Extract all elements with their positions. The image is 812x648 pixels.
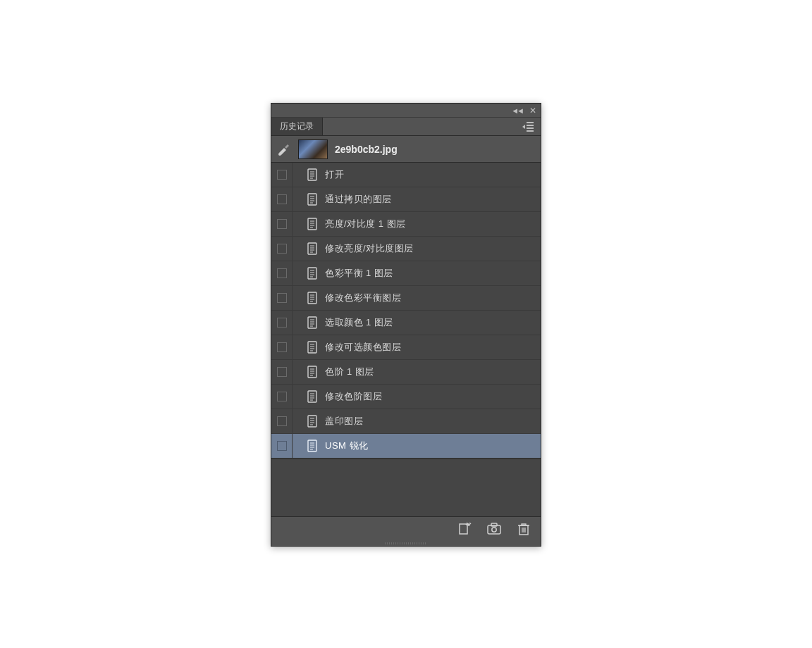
history-item[interactable]: 盖印图层: [271, 409, 541, 434]
snapshot-marker-box: [277, 219, 287, 229]
document-icon: [305, 414, 319, 428]
indent-spacer: [293, 237, 302, 261]
snapshot-marker-cell[interactable]: [271, 409, 293, 433]
snapshot-marker-cell[interactable]: [271, 335, 293, 359]
snapshot-marker-cell[interactable]: [271, 360, 293, 384]
history-item[interactable]: 打开: [271, 163, 541, 187]
resize-grip[interactable]: [271, 540, 541, 546]
history-item[interactable]: 色彩平衡 1 图层: [271, 261, 541, 286]
svg-point-0: [278, 153, 281, 156]
svg-rect-15: [491, 523, 497, 526]
document-icon: [305, 316, 319, 330]
delete-state-button[interactable]: [517, 523, 531, 535]
svg-rect-7: [308, 317, 316, 328]
indent-spacer: [293, 335, 302, 359]
indent-spacer: [293, 409, 302, 433]
indent-spacer: [293, 360, 302, 384]
history-item-label: 修改色彩平衡图层: [325, 292, 401, 304]
snapshot-marker-box: [277, 367, 287, 377]
snapshot-marker-box: [277, 293, 287, 303]
snapshot-marker-box: [277, 268, 287, 278]
snapshot-marker-box: [277, 194, 287, 204]
svg-rect-14: [488, 525, 500, 534]
svg-point-16: [492, 527, 496, 531]
snapshot-marker-cell[interactable]: [271, 286, 293, 310]
history-item-label: 色彩平衡 1 图层: [325, 267, 393, 280]
history-item-label: USM 锐化: [325, 440, 369, 452]
snapshot-marker-cell[interactable]: [271, 311, 293, 335]
history-item-label: 盖印图层: [325, 415, 363, 428]
document-icon: [305, 439, 319, 453]
document-thumbnail: [298, 139, 328, 159]
panel-header: 历史记录: [271, 118, 541, 136]
svg-rect-1: [308, 169, 316, 180]
snapshot-marker-box: [277, 441, 287, 451]
history-item-label: 修改可选颜色图层: [325, 341, 401, 354]
document-icon: [305, 242, 319, 256]
document-icon: [305, 217, 319, 231]
history-item-label: 色阶 1 图层: [325, 366, 374, 378]
history-item-label: 修改亮度/对比度图层: [325, 242, 414, 255]
indent-spacer: [293, 261, 302, 285]
indent-spacer: [293, 286, 302, 310]
tab-history[interactable]: 历史记录: [271, 118, 323, 135]
indent-spacer: [293, 385, 302, 409]
new-document-from-state-button[interactable]: [457, 523, 472, 535]
history-item[interactable]: 选取颜色 1 图层: [271, 311, 541, 335]
svg-rect-6: [308, 292, 316, 304]
history-item-label: 打开: [325, 168, 344, 181]
panel-footer: [271, 516, 541, 540]
document-icon: [305, 365, 319, 379]
collapse-icon[interactable]: ◄◄: [511, 106, 522, 115]
document-name: 2e9b0cb2.jpg: [335, 144, 398, 155]
snapshot-marker-cell[interactable]: [271, 237, 293, 261]
document-icon: [305, 168, 319, 182]
history-item[interactable]: 通过拷贝的图层: [271, 187, 541, 212]
create-snapshot-button[interactable]: [487, 523, 501, 535]
history-item[interactable]: 色阶 1 图层: [271, 360, 541, 385]
close-icon[interactable]: ✕: [529, 106, 536, 116]
indent-spacer: [293, 187, 302, 211]
snapshot-marker-cell[interactable]: [271, 212, 293, 236]
snapshot-marker-box: [277, 342, 287, 352]
history-item-label: 亮度/对比度 1 图层: [325, 218, 406, 230]
panel-topbar: ◄◄ ✕: [271, 104, 541, 118]
history-item[interactable]: 修改亮度/对比度图层: [271, 237, 541, 261]
history-list: 打开 通过拷贝的图层 亮度/对比度 1 图层 修改亮度/对比度图层 色彩平衡 1…: [271, 163, 541, 459]
history-item-label: 修改色阶图层: [325, 390, 382, 403]
history-item[interactable]: USM 锐化: [271, 434, 541, 459]
panel-header-rest: [323, 118, 541, 135]
snapshot-marker-box: [277, 416, 287, 426]
history-panel: ◄◄ ✕ 历史记录 2e9b0cb2.jpg 打开 通过拷贝的图层 亮度: [271, 103, 541, 547]
svg-rect-3: [308, 218, 316, 230]
indent-spacer: [293, 434, 302, 458]
document-icon: [305, 390, 319, 404]
history-item[interactable]: 修改色阶图层: [271, 385, 541, 409]
document-icon: [305, 192, 319, 206]
history-item-label: 通过拷贝的图层: [325, 193, 392, 206]
snapshot-marker-box: [277, 170, 287, 180]
history-item[interactable]: 修改色彩平衡图层: [271, 286, 541, 311]
history-item[interactable]: 亮度/对比度 1 图层: [271, 212, 541, 237]
snapshot-marker-cell[interactable]: [271, 434, 293, 458]
document-icon: [305, 266, 319, 280]
snapshot-marker-cell[interactable]: [271, 163, 293, 187]
history-item[interactable]: 修改可选颜色图层: [271, 335, 541, 360]
snapshot-marker-cell[interactable]: [271, 187, 293, 211]
panel-menu-icon[interactable]: [522, 122, 535, 132]
snapshot-marker-box: [277, 244, 287, 254]
svg-rect-5: [308, 268, 316, 279]
snapshot-marker-cell[interactable]: [271, 385, 293, 409]
tab-label: 历史记录: [280, 120, 314, 132]
document-icon: [305, 340, 319, 354]
svg-rect-2: [308, 194, 316, 205]
indent-spacer: [293, 212, 302, 236]
svg-rect-8: [308, 342, 316, 353]
history-item-label: 选取颜色 1 图层: [325, 316, 393, 329]
indent-spacer: [293, 163, 302, 187]
document-snapshot-row[interactable]: 2e9b0cb2.jpg: [271, 136, 541, 163]
svg-rect-13: [460, 524, 467, 534]
snapshot-marker-box: [277, 392, 287, 401]
document-icon: [305, 291, 319, 305]
snapshot-marker-cell[interactable]: [271, 261, 293, 285]
